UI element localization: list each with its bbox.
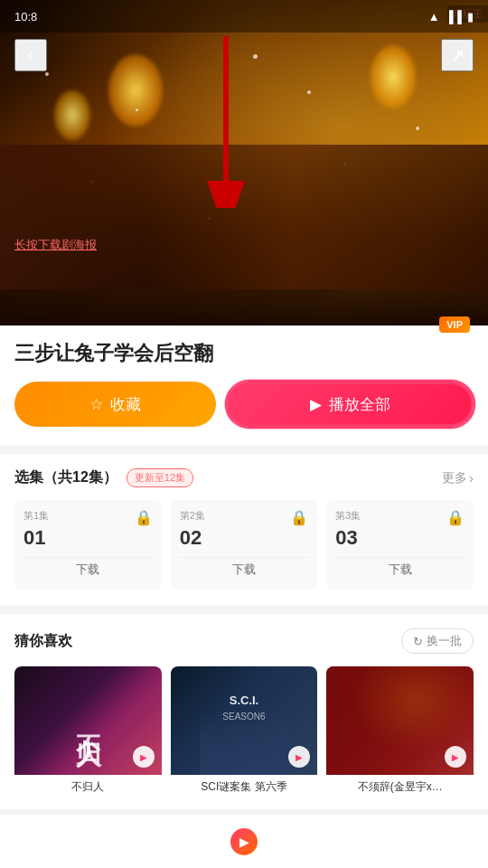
recommend-title: 猜你喜欢: [14, 632, 72, 651]
drama-info-card: 三步让兔子学会后空翻 ☆ 收藏 ▶ 播放全部: [0, 326, 488, 445]
rec-title-3: 不须辞(金昱宇x…: [326, 780, 474, 795]
share-button[interactable]: ↗: [441, 39, 474, 71]
vip-badge: VIP: [439, 316, 470, 333]
play-circle-icon: ▶: [239, 835, 249, 849]
rec-title-2: SCI谜案集 第六季: [171, 780, 318, 795]
download-btn-3[interactable]: 下载: [335, 557, 465, 581]
rec-thumb-3: ▶: [326, 666, 474, 775]
episode-card-2[interactable]: 第2集 02 🔒 下载: [171, 500, 318, 590]
episode-header: 选集（共12集） 更新至12集 更多 ›: [14, 468, 474, 487]
download-poster-link[interactable]: 长按下载剧海报: [14, 237, 97, 253]
lock-icon-1: 🔒: [135, 509, 153, 526]
drama-title: 三步让兔子学会后空翻: [14, 340, 474, 367]
ep-num-1: 01: [23, 526, 153, 550]
rec-thumb-2-main-text: S.C.I.: [230, 693, 259, 707]
episode-section-title: 选集（共12集）: [14, 468, 117, 487]
ep-label-3: 第3集: [335, 509, 465, 523]
rec-thumb-1: 不归人 ▶: [14, 666, 162, 775]
rec-play-icon-2[interactable]: ▶: [288, 746, 310, 768]
nav-play-icon: ▶: [230, 828, 258, 855]
battery-icon: ▮: [467, 10, 474, 24]
wifi-icon: ▲: [428, 10, 440, 24]
ep-label-2: 第2集: [180, 509, 309, 523]
back-button[interactable]: ‹: [14, 39, 47, 71]
more-episodes-link[interactable]: 更多 ›: [442, 470, 474, 486]
signal-icon: ▐▐: [446, 10, 462, 24]
bottom-navigation: ▶: [0, 814, 488, 868]
rec-play-icon-1[interactable]: ▶: [133, 746, 155, 768]
lantern-3: [54, 90, 90, 140]
more-label: 更多: [442, 470, 467, 486]
recommend-grid: 不归人 ▶ 不归人 S.C.I. SEASON6 ▶ SCI谜案集 第六季 ▶: [14, 666, 474, 795]
status-icons: ▲ ▐▐ ▮: [428, 10, 474, 24]
collect-label: 收藏: [110, 394, 141, 415]
recommend-header: 猜你喜欢 ↻ 换一批: [14, 628, 474, 654]
status-time: 10:8: [14, 10, 37, 24]
nav-play-button[interactable]: ▶: [230, 828, 258, 855]
rec-play-icon-3[interactable]: ▶: [445, 746, 466, 768]
collect-button[interactable]: ☆ 收藏: [14, 382, 216, 427]
rec-card-1[interactable]: 不归人 ▶ 不归人: [14, 666, 162, 795]
episode-card-3[interactable]: 第3集 03 🔒 下载: [326, 500, 474, 590]
status-bar: 10:8 ▲ ▐▐ ▮: [0, 0, 488, 33]
recommend-section: 猜你喜欢 ↻ 换一批 不归人 ▶ 不归人 S.C.I. SEASON6 ▶ SC…: [0, 614, 488, 809]
star-icon: ☆: [89, 395, 103, 414]
top-navigation: ‹ ↗: [0, 33, 488, 78]
episode-card-1[interactable]: 第1集 01 🔒 下载: [14, 500, 162, 590]
lock-icon-3: 🔒: [446, 509, 465, 526]
rec-title-1: 不归人: [14, 780, 162, 795]
download-btn-2[interactable]: 下载: [180, 557, 309, 581]
play-all-button[interactable]: ▶ 播放全部: [227, 382, 474, 427]
building-detail: [0, 145, 488, 289]
ep-num-3: 03: [335, 526, 465, 550]
rec-card-2[interactable]: S.C.I. SEASON6 ▶ SCI谜案集 第六季: [171, 666, 318, 795]
ep-num-2: 02: [180, 526, 309, 550]
lock-icon-2: 🔒: [290, 509, 308, 526]
update-badge: 更新至12集: [127, 468, 193, 487]
action-buttons: ☆ 收藏 ▶ 播放全部: [14, 382, 474, 427]
refresh-icon: ↻: [413, 635, 423, 648]
ep-label-1: 第1集: [23, 509, 153, 523]
episode-grid: 第1集 01 🔒 下载 第2集 02 🔒 下载 第3集 03 🔒 下载: [14, 500, 474, 590]
rec-thumb-2: S.C.I. SEASON6 ▶: [171, 666, 318, 775]
play-icon: ▶: [310, 395, 322, 414]
episode-title-group: 选集（共12集） 更新至12集: [14, 468, 193, 487]
episode-section: 选集（共12集） 更新至12集 更多 › 第1集 01 🔒 下载 第2集 02 …: [0, 454, 488, 605]
refresh-label: 换一批: [427, 633, 462, 649]
download-btn-1[interactable]: 下载: [23, 557, 153, 581]
rec-thumb-1-text: 不归人: [70, 715, 105, 726]
rec-card-3[interactable]: ▶ 不须辞(金昱宇x…: [326, 666, 474, 795]
hero-section: 10:8 ▲ ▐▐ ▮ 乐玩王 ‹ ↗ 长按下载剧海报: [0, 0, 488, 326]
buildings-bg: [0, 145, 488, 326]
play-label: 播放全部: [329, 394, 390, 415]
chevron-right-icon: ›: [469, 471, 474, 486]
refresh-button[interactable]: ↻ 换一批: [401, 628, 474, 654]
